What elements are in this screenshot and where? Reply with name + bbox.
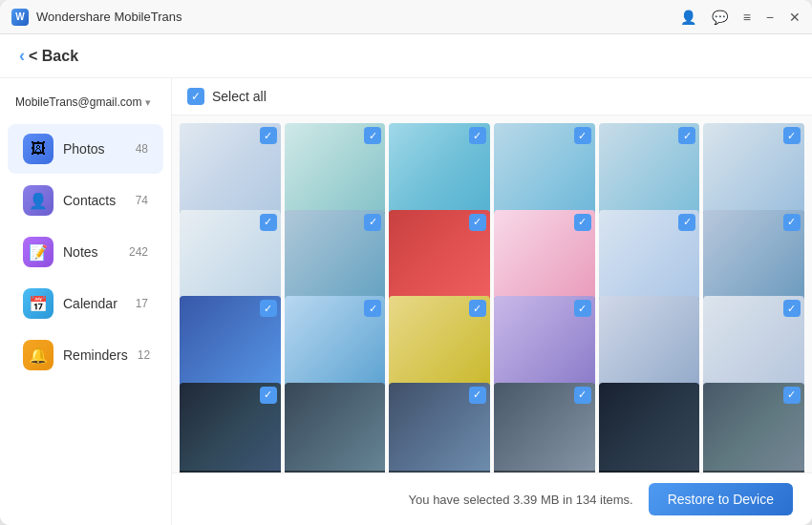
back-arrow-icon: ‹ [19,46,25,66]
photo-checkbox[interactable]: ✓ [469,127,486,144]
right-panel: ✓ Select all ✓Circular arcade.jpg✓Stairc… [172,78,812,525]
photo-cell[interactable]: ✓photo22.jpg [494,383,595,473]
back-label: < Back [29,48,78,65]
photo-checkbox[interactable]: ✓ [574,214,591,231]
photo-checkbox[interactable]: ✓ [469,387,486,404]
photo-checkbox[interactable]: ✓ [783,300,801,317]
photo-checkbox[interactable]: ✓ [678,127,695,144]
photo-grid: ✓Circular arcade.jpg✓Staircase room.jpg✓… [172,116,812,472]
photo-checkbox[interactable]: ✓ [260,387,277,404]
photo-cell[interactable]: ✓Evening sky.jpg [494,123,595,224]
photo-cell[interactable]: ✓photo19.jpg [180,383,281,473]
photo-checkbox[interactable]: ✓ [364,127,381,144]
photo-cell[interactable]: ✓large building.jpg [703,123,804,224]
titlebar-left: W Wondershare MobileTrans [11,9,182,26]
select-all-checkbox[interactable]: ✓ [187,88,204,105]
notes-label: Notes [63,244,119,260]
sidebar-item-calendar[interactable]: 📅 Calendar 17 [8,279,163,328]
reminders-label: Reminders [63,347,128,363]
photo-checkbox[interactable]: ✓ [574,300,591,317]
account-email: MobileTrans@gmail.com [15,95,141,109]
account-selector[interactable]: MobileTrans@gmail.com ▾ [0,90,171,122]
close-icon[interactable]: ✕ [789,10,801,25]
chat-icon[interactable]: 💬 [712,10,728,25]
calendar-count: 17 [136,297,148,310]
photo-cell[interactable]: ✓White Building.jpg [703,296,804,397]
calendar-icon: 📅 [23,288,53,319]
photo-checkbox[interactable]: ✓ [364,300,381,317]
photo-filename: photo21.jpg [389,471,490,472]
calendar-label: Calendar [63,296,126,311]
restore-button[interactable]: Restore to Device [649,483,793,515]
photo-checkbox[interactable]: ✓ [783,387,801,404]
sidebar-item-photos[interactable]: 🖼 Photos 48 [8,124,163,174]
photo-cell[interactable]: ✓Fluid gradient.jpg [389,123,490,224]
photo-checkbox[interactable]: ✓ [260,214,277,231]
photo-cell[interactable]: photo20.jpg [285,383,386,473]
reminders-count: 12 [138,348,150,362]
contacts-count: 74 [136,194,148,207]
photo-cell[interactable]: ✓photo24.jpg [703,383,804,473]
photo-checkbox[interactable]: ✓ [364,214,381,231]
window-controls: 👤 💬 ≡ − ✕ [680,10,801,25]
contacts-label: Contacts [63,193,126,208]
photo-cell[interactable]: Gradual weakness.jpg [599,296,700,397]
photos-label: Photos [63,141,126,157]
app-title: Wondershare MobileTrans [36,10,182,24]
sidebar-item-reminders[interactable]: 🔔 Reminders 12 [8,330,163,380]
content-area: MobileTrans@gmail.com ▾ 🖼 Photos 48 👤 Co… [0,78,812,525]
photo-cell[interactable]: ✓Water drop wave.jpg [494,296,595,397]
photo-checkbox[interactable]: ✓ [783,214,801,231]
photo-cell[interactable]: photo23.jpg [599,383,700,473]
photo-checkbox[interactable]: ✓ [574,127,591,144]
photos-icon: 🖼 [23,134,53,164]
select-all-label: Select all [212,89,267,104]
photo-cell[interactable]: ✓Glass gradient.jpg [285,296,386,397]
minimize-icon[interactable]: − [766,10,774,25]
contacts-icon: 👤 [23,185,53,216]
back-button[interactable]: ‹ < Back [19,46,793,66]
photo-checkbox[interactable]: ✓ [574,387,591,404]
photo-cell[interactable]: ✓summer.jpg [599,123,700,224]
photo-cell[interactable]: ✓Circular arcade.jpg [180,123,281,224]
photo-checkbox[interactable]: ✓ [469,214,486,231]
photo-checkbox[interactable]: ✓ [469,300,486,317]
notes-icon: 📝 [23,237,53,267]
photo-filename: photo22.jpg [494,471,595,472]
user-icon[interactable]: 👤 [680,10,696,25]
back-bar: ‹ < Back [0,34,812,78]
titlebar: W Wondershare MobileTrans 👤 💬 ≡ − ✕ [0,0,812,34]
photo-filename: photo23.jpg [599,471,700,472]
photo-filename: photo20.jpg [285,471,386,472]
app-logo: W [11,9,29,26]
selection-status: You have selected 3.39 MB in 134 items. [409,493,633,507]
sidebar-item-contacts[interactable]: 👤 Contacts 74 [8,176,163,225]
photo-filename: photo24.jpg [703,471,804,472]
photo-checkbox[interactable]: ✓ [678,214,695,231]
photos-count: 48 [136,142,148,156]
photo-cell[interactable]: ✓photo21.jpg [389,383,490,473]
photo-checkbox[interactable]: ✓ [783,127,801,144]
photo-cell[interactable]: ✓Staircase room.jpg [285,123,386,224]
reminders-icon: 🔔 [23,340,53,370]
photo-checkbox[interactable]: ✓ [260,127,277,144]
chevron-down-icon: ▾ [145,96,156,109]
sidebar: MobileTrans@gmail.com ▾ 🖼 Photos 48 👤 Co… [0,78,172,525]
sidebar-item-notes[interactable]: 📝 Notes 242 [8,227,163,277]
menu-icon[interactable]: ≡ [743,10,751,25]
photo-cell[interactable]: ✓Orange gradient.jpg [389,296,490,397]
photo-cell[interactable]: ✓Sea wave.jpg [180,296,281,397]
bottom-bar: You have selected 3.39 MB in 134 items. … [172,472,812,525]
notes-count: 242 [129,245,148,259]
select-all-bar: ✓ Select all [172,78,812,116]
app-window: W Wondershare MobileTrans 👤 💬 ≡ − ✕ ‹ < … [0,0,812,525]
photo-filename: photo19.jpg [180,471,281,472]
photo-checkbox[interactable]: ✓ [260,300,277,317]
